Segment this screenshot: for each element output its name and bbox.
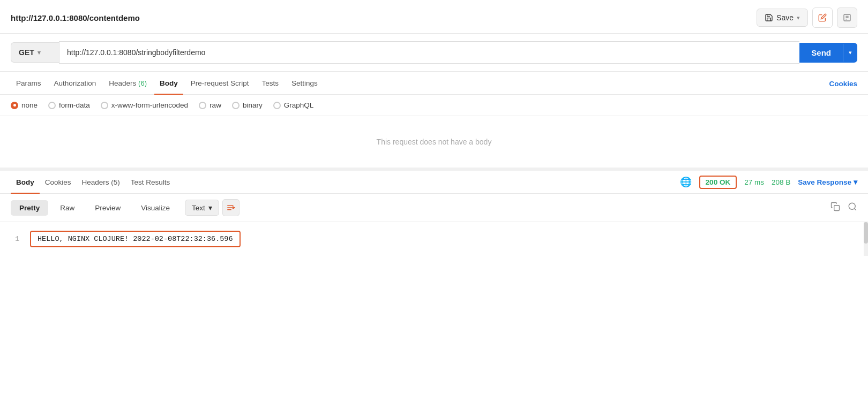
response-tab-test-results[interactable]: Test Results — [125, 171, 176, 194]
radio-graphql[interactable]: GraphQL — [273, 101, 314, 109]
no-body-text: This request does not have a body — [377, 138, 492, 146]
top-url: http://127.0.0.1:8080/contentdemo — [11, 13, 140, 22]
format-dropdown-chevron-icon: ▾ — [208, 203, 212, 212]
scrollbar-track[interactable] — [864, 222, 868, 256]
save-response-chevron-icon: ▾ — [854, 178, 857, 186]
radio-urlencoded[interactable]: x-www-form-urlencoded — [101, 101, 188, 109]
scrollbar-thumb[interactable] — [864, 222, 868, 244]
tab-settings[interactable]: Settings — [286, 72, 323, 95]
svg-point-8 — [849, 203, 855, 209]
note-icon — [843, 13, 851, 22]
radio-none[interactable]: none — [11, 101, 38, 109]
response-tab-headers-label: Headers (5) — [82, 178, 120, 186]
radio-none-circle — [11, 102, 18, 109]
tab-authorization-label: Authorization — [54, 79, 96, 87]
request-tabs-row: Params Authorization Headers (6) Body Pr… — [0, 72, 868, 95]
tab-headers-label: Headers (6) — [109, 79, 147, 87]
save-label: Save — [776, 13, 794, 22]
svg-rect-7 — [834, 205, 840, 210]
format-tab-raw[interactable]: Raw — [51, 200, 83, 216]
format-row: Pretty Raw Preview Visualize Text ▾ — [0, 194, 868, 222]
code-area: 1 HELLO, NGINX CLOJURE! 2022-02-08T22:32… — [0, 222, 868, 256]
method-chevron-icon: ▾ — [38, 49, 41, 56]
format-tab-pretty-label: Pretty — [19, 204, 40, 212]
wrap-button[interactable] — [222, 199, 240, 216]
search-svg-icon — [848, 202, 857, 211]
format-tab-preview[interactable]: Preview — [86, 200, 129, 216]
tab-tests-label: Tests — [262, 79, 279, 87]
line-number-1: 1 — [11, 235, 19, 243]
save-response-button[interactable]: Save Response ▾ — [798, 178, 857, 186]
tab-params[interactable]: Params — [11, 72, 47, 95]
response-tab-body-label: Body — [16, 178, 34, 186]
top-actions: Save ▾ — [757, 7, 857, 28]
note-button[interactable] — [837, 7, 857, 28]
save-chevron-icon: ▾ — [797, 14, 800, 21]
radio-raw-circle — [199, 102, 206, 109]
tab-authorization[interactable]: Authorization — [49, 72, 102, 95]
radio-raw[interactable]: raw — [199, 101, 221, 109]
format-dropdown-label: Text — [192, 204, 205, 212]
format-tab-preview-label: Preview — [95, 204, 121, 212]
send-label: Send — [799, 43, 843, 63]
radio-urlencoded-label: x-www-form-urlencoded — [111, 101, 188, 109]
tab-settings-label: Settings — [291, 79, 318, 87]
right-icons — [830, 202, 857, 214]
time-badge: 27 ms — [744, 178, 764, 186]
tab-body[interactable]: Body — [154, 72, 183, 95]
response-section: Body Cookies Headers (5) Test Results 🌐 … — [0, 171, 868, 256]
globe-icon[interactable]: 🌐 — [680, 176, 692, 188]
radio-binary-label: binary — [243, 101, 263, 109]
radio-graphql-circle — [273, 102, 281, 109]
radio-form-data-label: form-data — [59, 101, 90, 109]
tab-headers[interactable]: Headers (6) — [103, 72, 152, 95]
method-select[interactable]: GET ▾ — [11, 42, 59, 63]
headers-badge: (6) — [138, 79, 147, 87]
tab-cookies-label: Cookies — [829, 80, 857, 88]
copy-svg-icon — [830, 202, 840, 211]
save-button[interactable]: Save ▾ — [757, 9, 808, 27]
format-tab-visualize[interactable]: Visualize — [132, 200, 178, 216]
radio-form-data-circle — [48, 102, 56, 109]
tab-pre-request-label: Pre-request Script — [191, 79, 249, 87]
save-icon — [765, 13, 773, 22]
body-type-row: none form-data x-www-form-urlencoded raw… — [0, 95, 868, 116]
radio-graphql-label: GraphQL — [284, 101, 314, 109]
edit-button[interactable] — [812, 7, 833, 28]
tab-body-label: Body — [160, 79, 178, 87]
radio-binary-circle — [232, 102, 240, 109]
search-icon[interactable] — [848, 202, 857, 214]
radio-urlencoded-circle — [101, 102, 108, 109]
code-area-container: 1 HELLO, NGINX CLOJURE! 2022-02-08T22:32… — [0, 222, 868, 256]
tab-pre-request-script[interactable]: Pre-request Script — [185, 72, 255, 95]
code-line-1: 1 HELLO, NGINX CLOJURE! 2022-02-08T22:32… — [11, 231, 857, 247]
send-button[interactable]: Send ▾ — [799, 43, 857, 63]
no-body-message: This request does not have a body — [0, 116, 868, 171]
response-tab-body[interactable]: Body — [11, 171, 40, 194]
response-meta: 🌐 200 OK 27 ms 208 B Save Response ▾ — [680, 176, 857, 189]
save-response-label: Save Response — [798, 178, 851, 186]
wrap-icon — [226, 203, 236, 212]
response-tab-cookies[interactable]: Cookies — [40, 171, 77, 194]
copy-icon[interactable] — [830, 202, 840, 214]
response-tab-headers[interactable]: Headers (5) — [77, 171, 125, 194]
response-tab-cookies-label: Cookies — [45, 178, 71, 186]
radio-form-data[interactable]: form-data — [48, 101, 90, 109]
response-headers-badge: (5) — [111, 178, 120, 186]
request-row: GET ▾ Send ▾ — [0, 34, 868, 72]
radio-raw-label: raw — [209, 101, 221, 109]
svg-line-9 — [854, 208, 856, 210]
response-tab-test-results-label: Test Results — [131, 178, 170, 186]
format-dropdown[interactable]: Text ▾ — [185, 200, 219, 216]
tab-cookies[interactable]: Cookies — [829, 72, 857, 94]
format-tab-visualize-label: Visualize — [141, 204, 170, 212]
url-input[interactable] — [59, 41, 799, 64]
send-chevron-icon: ▾ — [843, 44, 857, 62]
radio-binary[interactable]: binary — [232, 101, 263, 109]
radio-none-label: none — [21, 101, 38, 109]
tab-tests[interactable]: Tests — [257, 72, 285, 95]
status-badge: 200 OK — [699, 176, 737, 189]
format-tab-pretty[interactable]: Pretty — [11, 200, 48, 216]
response-tabs-row: Body Cookies Headers (5) Test Results 🌐 … — [0, 171, 868, 194]
top-bar: http://127.0.0.1:8080/contentdemo Save ▾ — [0, 0, 868, 34]
